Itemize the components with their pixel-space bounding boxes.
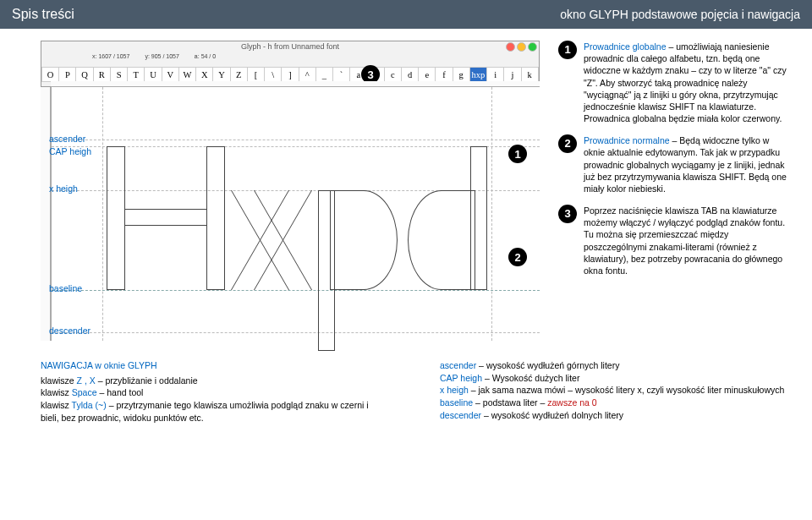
- def-capheight: – Wysokość dużych liter: [482, 373, 579, 383]
- def-baseline-red: zawsze na 0: [547, 397, 596, 408]
- glyph-cell[interactable]: ]: [282, 67, 299, 82]
- nav-l3a: klawisz: [41, 400, 72, 410]
- glyph-cell[interactable]: V: [162, 67, 179, 82]
- term-descender: descender: [440, 410, 481, 420]
- window-title: Glyph - h from Unnamed font: [241, 42, 339, 51]
- marker-3: 3: [558, 205, 577, 223]
- glyph-cell[interactable]: W: [179, 67, 196, 82]
- maximize-icon[interactable]: [528, 42, 537, 52]
- term-xheight: x heigh: [440, 385, 469, 395]
- glyph-cell[interactable]: T: [128, 67, 145, 82]
- legend-item-3: 3 Poprzez naciśnięcie klawisza TAB na kl…: [558, 205, 788, 276]
- glyph-cell[interactable]: i: [487, 67, 504, 82]
- glyph-cell[interactable]: e: [419, 67, 436, 82]
- legend-3-body: Poprzez naciśnięcie klawisza TAB na klaw…: [584, 205, 788, 276]
- def-xheight: – jak sama nazwa mówi – wysokość litery …: [469, 385, 784, 395]
- label-capheight: CAP heigh: [49, 146, 91, 156]
- window-titlebar: Glyph - h from Unnamed font x: 1607 / 10…: [41, 41, 540, 87]
- glyph-d-outline: [407, 146, 487, 290]
- nav-key-tilde: Tylda (~): [72, 400, 107, 410]
- marker-1: 1: [558, 41, 577, 59]
- term-capheight: CAP heigh: [440, 373, 482, 383]
- glyph-cell[interactable]: P: [59, 67, 76, 82]
- legend-2-lead: Prowadnice normalne: [584, 135, 670, 145]
- minimize-icon[interactable]: [517, 42, 526, 52]
- coord-a: a: 54 / 0: [195, 53, 216, 59]
- glyph-canvas[interactable]: ascender CAP heigh x heigh baseline desc…: [51, 87, 540, 341]
- glyph-cell[interactable]: R: [94, 67, 111, 82]
- glyph-cell[interactable]: Q: [76, 67, 93, 82]
- label-baseline: baseline: [49, 283, 82, 293]
- glyph-cell[interactable]: j: [504, 67, 521, 82]
- glyph-cell[interactable]: \: [265, 67, 282, 82]
- footer-notes: NAWIGACJA w oknie GLYPH klawisze Z , X –…: [0, 349, 812, 432]
- guide-right: [491, 87, 492, 341]
- legend: 1 Prowadnice globalne – umożliwiają nani…: [558, 41, 788, 341]
- term-baseline: baseline: [440, 397, 473, 408]
- glyph-cell[interactable]: Z: [231, 67, 248, 82]
- nav-title: NAWIGACJA w oknie GLYPH: [41, 359, 389, 372]
- label-xheight: x heigh: [49, 183, 78, 194]
- nav-key-space: Space: [72, 387, 97, 397]
- legend-item-1: 1 Prowadnice globalne – umożliwiają nani…: [558, 41, 788, 124]
- guide-descender: [52, 332, 540, 333]
- glyph-cell[interactable]: `: [333, 67, 350, 82]
- glyph-cell[interactable]: hxp: [470, 67, 487, 82]
- term-ascender: ascender: [440, 360, 476, 370]
- marker-2-on-canvas: 2: [508, 248, 527, 266]
- coordinates-readout: x: 1607 / 1057 y: 905 / 1057 a: 54 / 0: [92, 53, 216, 59]
- nav-l1c: – przybliżanie i oddalanie: [96, 375, 198, 386]
- guide-ascender: [52, 140, 540, 140]
- ruler-horizontal[interactable]: [51, 81, 540, 87]
- glyph-h-outline: [107, 146, 225, 290]
- window-controls: [506, 42, 537, 52]
- nav-l1a: klawisze: [41, 375, 77, 386]
- glyph-x-outline: [233, 190, 310, 290]
- coord-y: y: 905 / 1057: [145, 53, 178, 59]
- glyph-cell[interactable]: c: [385, 67, 402, 82]
- def-ascender: – wysokość wydłużeń górnych litery: [476, 360, 619, 370]
- glyph-cell[interactable]: ^: [299, 67, 316, 82]
- nav-key-zx: Z , X: [77, 375, 96, 386]
- glyph-strip[interactable]: OPQRSTUVWXYZ[\]^_`abcdefghxpijk: [41, 67, 539, 82]
- glyph-cell[interactable]: g: [453, 67, 470, 82]
- page-title: okno GLYPH podstawowe pojęcia i nawigacj…: [560, 8, 800, 21]
- marker-1-on-canvas: 1: [508, 145, 527, 163]
- glyph-cell[interactable]: [: [248, 67, 265, 82]
- glyph-cell[interactable]: U: [145, 67, 162, 82]
- glyph-cell[interactable]: O: [41, 67, 59, 82]
- nav-l2a: klawisz: [41, 387, 72, 397]
- glyph-cell[interactable]: d: [402, 67, 419, 82]
- glyph-cell[interactable]: X: [196, 67, 213, 82]
- ruler-vertical[interactable]: [41, 87, 51, 341]
- guide-baseline: [52, 290, 540, 291]
- nav-l2c: – hand tool: [97, 387, 144, 397]
- guide-left: [102, 87, 103, 341]
- toc-link[interactable]: Spis treści: [12, 7, 560, 22]
- label-descender: descender: [49, 326, 91, 336]
- glyph-cell[interactable]: k: [522, 67, 539, 82]
- legend-1-body: – umożliwiają naniesienie prowadnic dla …: [584, 41, 787, 123]
- glyph-cell[interactable]: f: [436, 67, 453, 82]
- label-ascender: ascender: [49, 134, 85, 144]
- close-icon[interactable]: [506, 42, 515, 52]
- marker-2: 2: [558, 134, 577, 153]
- legend-item-2: 2 Prowadnice normalne – Będą widoczne ty…: [558, 134, 788, 194]
- glyph-cell[interactable]: Y: [213, 67, 230, 82]
- def-descender: – wysokość wydłużeń dolnych litery: [481, 410, 623, 420]
- legend-1-lead: Prowadnice globalne: [584, 41, 666, 52]
- glyph-cell[interactable]: _: [316, 67, 333, 82]
- glyph-cell[interactable]: S: [111, 67, 128, 82]
- glyph-editor-screenshot: Glyph - h from Unnamed font x: 1607 / 10…: [41, 41, 540, 341]
- page-header: Spis treści okno GLYPH podstawowe pojęci…: [0, 0, 812, 29]
- glyph-p-outline: [318, 190, 398, 351]
- coord-x: x: 1607 / 1057: [92, 53, 129, 59]
- def-baseline: – podstawa liter –: [473, 397, 547, 408]
